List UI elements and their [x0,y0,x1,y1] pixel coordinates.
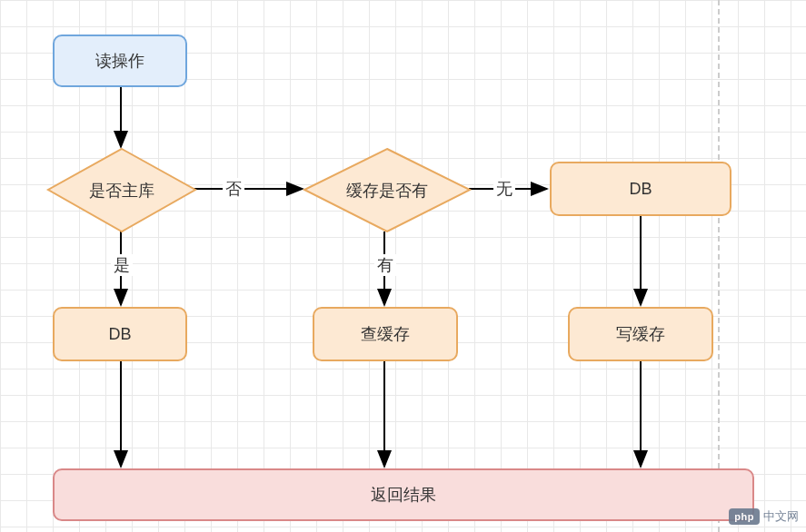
result-node: 返回结果 [53,468,754,521]
edge-label-no: 否 [223,178,244,200]
edge-label-has: 有 [374,254,396,276]
diagram-canvas: 读操作 是否主库 缓存是否有 DB DB 查缓存 写缓存 返回结果 否 是 有 … [0,0,806,532]
db-node-left-label: DB [108,325,131,344]
edge-label-none: 无 [493,178,515,200]
query-cache-label: 查缓存 [361,323,410,345]
db-node-left: DB [53,307,187,361]
write-cache-node: 写缓存 [568,307,713,361]
decision-cache-exists-label: 缓存是否有 [303,147,472,233]
watermark: php 中文网 [729,508,799,525]
decision-primary-db: 是否主库 [46,147,197,233]
watermark-text: 中文网 [763,508,799,525]
result-label: 返回结果 [371,484,436,506]
decision-primary-db-label: 是否主库 [46,147,197,233]
decision-cache-exists: 缓存是否有 [303,147,472,233]
write-cache-label: 写缓存 [616,323,665,345]
watermark-badge: php [729,508,760,525]
start-label: 读操作 [95,50,144,72]
db-node-top: DB [550,162,731,216]
edge-label-yes: 是 [111,254,133,276]
start-node: 读操作 [53,34,187,87]
query-cache-node: 查缓存 [313,307,458,361]
db-node-top-label: DB [629,180,652,199]
